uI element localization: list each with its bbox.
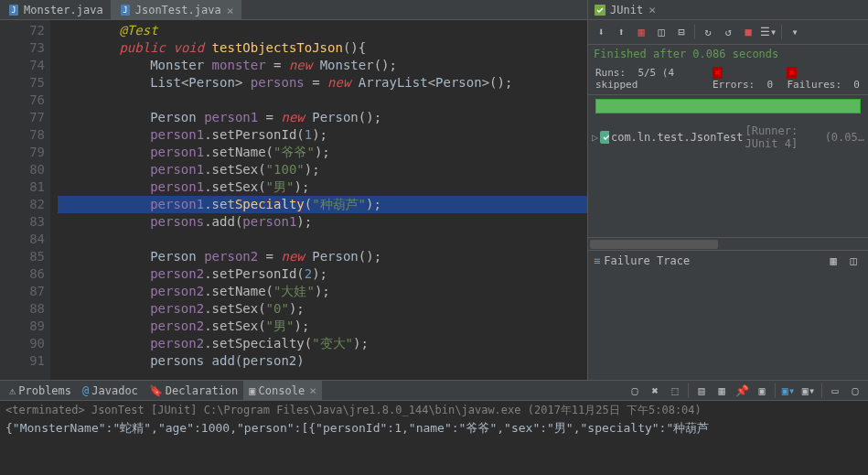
junit-title-label: JUnit — [610, 4, 643, 16]
terminate-icon[interactable]: ⬚ — [666, 382, 684, 400]
tab-label: JsonTest.java — [135, 4, 221, 16]
rerun-icon[interactable]: ↻ — [699, 23, 717, 41]
errors-label: Errors: — [713, 79, 755, 91]
close-icon[interactable]: × — [309, 383, 316, 397]
separator — [688, 383, 689, 398]
show-failures-icon[interactable]: ▦ — [632, 23, 650, 41]
tab-problems[interactable]: ⚠Problems — [4, 381, 77, 401]
failures-value: 0 — [853, 79, 860, 91]
separator — [775, 383, 776, 398]
rerun-failed-icon[interactable]: ↺ — [719, 23, 737, 41]
tab-declaration[interactable]: 🔖Declaration — [144, 381, 243, 401]
runs-label: Runs: — [595, 67, 626, 79]
tab-label: Declaration — [166, 384, 238, 397]
separator — [781, 25, 782, 39]
close-icon[interactable]: × — [227, 4, 234, 17]
history-icon[interactable]: ☰▾ — [759, 23, 777, 41]
separator — [694, 25, 695, 39]
junit-toolbar: ⬇ ⬆ ▦ ◫ ⊟ ↻ ↺ ■ ☰▾ ▾ — [588, 20, 868, 45]
tab-label: Monster.java — [24, 4, 103, 16]
scroll-lock-icon[interactable]: ▦ — [713, 382, 731, 400]
test-run-icon — [600, 131, 609, 144]
pin-icon[interactable]: 📌 — [733, 382, 751, 400]
junit-icon — [594, 4, 606, 16]
failure-trace-icon: ≡ — [594, 254, 600, 267]
tree-row[interactable]: ▷ com.ln.test.JsonTest [Runner: JUnit 4]… — [592, 123, 864, 152]
declaration-icon: 🔖 — [149, 384, 163, 397]
separator — [821, 383, 822, 398]
problems-icon: ⚠ — [9, 384, 16, 397]
errors-value: 0 — [766, 79, 773, 91]
failures-label: Failures: — [787, 79, 841, 91]
code-area[interactable]: @Test public void testObjectsToJson(){ M… — [50, 20, 587, 380]
tab-monster[interactable]: J Monster.java — [0, 0, 112, 20]
tab-label: Problems — [18, 384, 71, 397]
stop-icon[interactable]: ■ — [739, 23, 757, 41]
tab-console[interactable]: ▣Console× — [243, 381, 322, 401]
console-terminated-line: <terminated> JsonTest [JUnit] C:\Program… — [0, 401, 868, 420]
open-console-icon[interactable]: ▣▾ — [779, 382, 798, 400]
code-editor[interactable]: 7273747576777879808182838485868788899091… — [0, 20, 587, 380]
tree-time: (0.05… — [825, 131, 864, 144]
java-icon: J — [7, 4, 20, 16]
scroll-lock-icon[interactable]: ⊟ — [672, 23, 691, 41]
failure-trace-header: ≡ Failure Trace ▦ ◫ — [588, 250, 868, 272]
close-icon[interactable]: × — [648, 3, 656, 16]
failure-trace-label: Failure Trace — [604, 254, 690, 267]
max-icon[interactable]: ▢ — [846, 382, 864, 400]
console-icon: ▣ — [249, 384, 255, 397]
editor-tab-bar: J Monster.java J JsonTest.java × — [0, 0, 587, 20]
svg-text:J: J — [123, 6, 127, 15]
tree-runner: [Runner: JUnit 4] — [745, 124, 822, 150]
junit-run-counts: Runs: 5/5 (4 skipped ✖ Errors: 0 ✖ Failu… — [588, 63, 868, 95]
clear-icon[interactable]: ▤ — [692, 382, 711, 400]
horizontal-scrollbar[interactable] — [588, 237, 868, 250]
junit-progress-bar — [595, 99, 861, 113]
filter-icon[interactable]: ▦ — [824, 252, 842, 270]
next-failure-icon[interactable]: ⬇ — [592, 23, 610, 41]
java-icon: J — [119, 4, 132, 16]
junit-tab[interactable]: JUnit × — [588, 0, 868, 20]
svg-text:J: J — [12, 6, 16, 15]
failure-icon: ✖ — [787, 67, 797, 79]
display-icon[interactable]: ▣ — [753, 382, 771, 400]
new-console-icon[interactable]: ▣▾ — [799, 382, 818, 400]
tree-item-label: com.ln.test.JsonTest — [611, 131, 744, 144]
tab-javadoc[interactable]: @Javadoc — [77, 381, 144, 401]
scrollbar-thumb[interactable] — [590, 240, 718, 249]
compare-icon[interactable]: ◫ — [844, 252, 863, 270]
console-remove-icon[interactable]: ▢ — [626, 382, 644, 400]
prev-failure-icon[interactable]: ⬆ — [612, 23, 630, 41]
show-skipped-icon[interactable]: ◫ — [652, 23, 670, 41]
menu-icon[interactable]: ▾ — [786, 23, 804, 41]
expand-icon[interactable]: ▷ — [592, 131, 598, 144]
tab-label: Javadoc — [91, 384, 138, 397]
tab-jsontest[interactable]: J JsonTest.java × — [112, 0, 242, 20]
javadoc-icon: @ — [82, 384, 89, 397]
bottom-tab-bar: ⚠Problems @Javadoc 🔖Declaration ▣Console… — [0, 381, 868, 401]
console-output[interactable]: {"MonsterName":"蛇精","age":1000,"person":… — [0, 420, 868, 437]
error-icon: ✖ — [713, 67, 723, 79]
min-icon[interactable]: ▭ — [826, 382, 844, 400]
junit-status: Finished after 0.086 seconds — [588, 45, 868, 63]
tab-label: Console — [259, 384, 305, 397]
failure-trace-body — [588, 272, 868, 381]
console-remove-all-icon[interactable]: ✖ — [646, 382, 664, 400]
junit-tree[interactable]: ▷ com.ln.test.JsonTest [Runner: JUnit 4]… — [588, 117, 868, 237]
line-gutter: 7273747576777879808182838485868788899091 — [0, 20, 50, 380]
